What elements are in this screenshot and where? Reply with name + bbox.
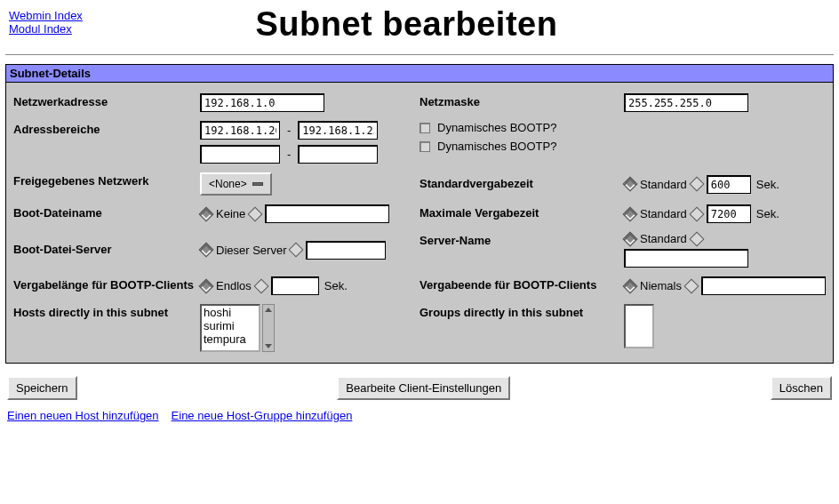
- edit-client-button[interactable]: Bearbeite Client-Einstellungen: [337, 376, 510, 400]
- server-name-label: Server-Name: [420, 232, 624, 247]
- range-sep: -: [284, 124, 294, 137]
- lease-len-custom-radio[interactable]: [253, 278, 268, 293]
- hosts-label: Hosts directly in this subnet: [13, 304, 200, 319]
- bootfile-server-custom-radio[interactable]: [289, 243, 304, 258]
- max-lease-unit: Sek.: [755, 207, 779, 220]
- dyn-bootp-checkbox-1[interactable]: [420, 123, 430, 133]
- max-lease-input[interactable]: [707, 204, 751, 223]
- max-lease-custom-radio[interactable]: [689, 206, 704, 221]
- netaddr-input[interactable]: [200, 93, 324, 112]
- bootfile-custom-radio[interactable]: [248, 206, 263, 221]
- default-lease-unit: Sek.: [755, 178, 779, 191]
- hosts-listbox[interactable]: hoshi surimi tempura: [200, 304, 260, 352]
- range2-from-input[interactable]: [200, 145, 280, 164]
- range1-to-input[interactable]: [298, 121, 378, 140]
- server-name-input[interactable]: [624, 249, 748, 268]
- this-server-label: Dieser Server: [216, 244, 286, 257]
- lease-end-bootp-label: Vergabeende für BOOTP-Clients: [420, 276, 624, 292]
- page-title: Subnet bearbeiten: [86, 5, 834, 44]
- new-group-link[interactable]: Eine neue Host-Gruppe hinzufügen: [172, 409, 353, 422]
- panel-header: Subnet-Details: [6, 65, 833, 83]
- netmask-label: Netzmaske: [420, 93, 624, 108]
- list-item[interactable]: hoshi: [202, 306, 259, 319]
- lease-len-input[interactable]: [271, 276, 319, 295]
- lease-end-input[interactable]: [701, 276, 826, 295]
- server-name-standard-radio[interactable]: [623, 231, 638, 246]
- save-button[interactable]: Speichern: [7, 376, 77, 400]
- default-lease-input[interactable]: [707, 175, 751, 194]
- dyn-bootp-checkbox-2[interactable]: [420, 141, 430, 152]
- modul-index-link[interactable]: Modul Index: [9, 22, 83, 36]
- netaddr-label: Netzwerkadresse: [13, 93, 200, 108]
- dyn-bootp-label-2: Dynamisches BOOTP?: [434, 140, 556, 153]
- default-lease-custom-radio[interactable]: [689, 177, 704, 192]
- netmask-input[interactable]: [624, 93, 748, 112]
- range-label: Adressbereiche: [13, 121, 200, 136]
- default-lease-label: Standardvergabezeit: [420, 175, 624, 190]
- bootfile-server-label: Boot-Datei-Server: [13, 241, 200, 256]
- bootfile-none-radio[interactable]: [199, 206, 214, 221]
- hosts-scrollbar[interactable]: [262, 304, 275, 352]
- none-label: Keine: [216, 207, 245, 220]
- lease-len-endless-radio[interactable]: [199, 278, 214, 293]
- range-sep: -: [284, 148, 294, 161]
- delete-button[interactable]: Löschen: [771, 376, 832, 400]
- dyn-bootp-label-1: Dynamisches BOOTP?: [434, 121, 556, 134]
- server-name-custom-radio[interactable]: [689, 231, 704, 246]
- lease-len-unit: Sek.: [323, 279, 348, 292]
- default-lease-standard-radio[interactable]: [623, 177, 638, 192]
- shared-net-value: <None>: [209, 178, 247, 190]
- range1-from-input[interactable]: [200, 121, 280, 140]
- groups-label: Groups directly in this subnet: [420, 304, 624, 319]
- list-item[interactable]: tempura: [202, 332, 259, 346]
- divider: [5, 54, 834, 55]
- webmin-index-link[interactable]: Webmin Index: [9, 9, 83, 22]
- bootfile-label: Boot-Dateiname: [13, 204, 200, 220]
- never-label: Niemals: [640, 279, 682, 292]
- groups-listbox[interactable]: [624, 304, 654, 348]
- max-lease-label: Maximale Vergabezeit: [420, 204, 624, 220]
- new-host-link[interactable]: Einen neuen Host hinzufügen: [7, 409, 159, 422]
- shared-net-select[interactable]: <None>: [200, 172, 272, 196]
- range2-to-input[interactable]: [298, 145, 378, 164]
- standard-label: Standard: [640, 178, 687, 191]
- lease-end-custom-radio[interactable]: [683, 278, 699, 293]
- bootfile-input[interactable]: [265, 204, 389, 223]
- standard-label-2: Standard: [640, 207, 687, 220]
- subnet-details-panel: Subnet-Details Netzwerkadresse Netzmaske…: [5, 64, 834, 364]
- lease-len-bootp-label: Vergabelänge für BOOTP-Clients: [13, 276, 200, 292]
- list-item[interactable]: surimi: [202, 319, 259, 332]
- bootfile-server-this-radio[interactable]: [199, 243, 214, 258]
- endless-label: Endlos: [216, 279, 252, 292]
- dropdown-icon: [252, 182, 263, 186]
- max-lease-standard-radio[interactable]: [623, 206, 638, 221]
- bootfile-server-input[interactable]: [306, 241, 386, 260]
- standard-label-3: Standard: [640, 232, 687, 245]
- lease-end-never-radio[interactable]: [623, 278, 638, 293]
- shared-net-label: Freigegebenes Netzwerk: [13, 172, 200, 188]
